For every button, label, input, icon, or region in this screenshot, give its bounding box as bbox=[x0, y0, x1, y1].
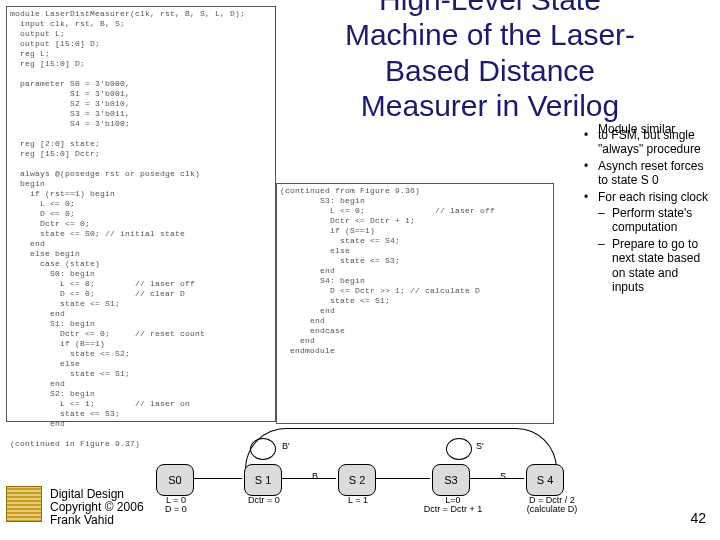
title-line-3: Based Distance bbox=[385, 54, 595, 87]
loop-s3 bbox=[446, 438, 472, 460]
state-s2-label: S 2 bbox=[349, 474, 366, 486]
logo-icon bbox=[6, 486, 42, 522]
title-line-1: High-Level State bbox=[379, 0, 601, 16]
loop-s1 bbox=[250, 438, 276, 460]
edge-label-b: B bbox=[312, 472, 318, 481]
slide-title: High-Level State Machine of the Laser- B… bbox=[300, 0, 680, 124]
footer-line-1: Digital Design bbox=[50, 487, 124, 501]
note-bullet-2: Asynch reset forces to state S 0 bbox=[582, 159, 712, 188]
note-sub-1: Perform state's computation bbox=[598, 206, 712, 235]
state-s3-sub: L=0 Dctr = Dctr + 1 bbox=[408, 496, 498, 515]
state-diagram: S0 S 1 S 2 S3 S 4 B' B S' S L = 0 D = 0 … bbox=[150, 450, 620, 512]
edge-s2-s3 bbox=[374, 478, 430, 479]
state-s3: S3 bbox=[432, 464, 470, 496]
footer-line-2: Copyright © 2006 bbox=[50, 500, 144, 514]
edge-label-s: S bbox=[500, 472, 506, 481]
state-s4-sub: D = Dctr / 2 (calculate D) bbox=[512, 496, 592, 515]
state-s4: S 4 bbox=[526, 464, 564, 496]
state-s2-sub: L = 1 bbox=[336, 496, 380, 505]
note-bullet-1: to FSM, but single "always" procedure bbox=[582, 128, 712, 157]
note-bullet-3-text: For each rising clock bbox=[598, 190, 708, 204]
footer-line-3: Frank Vahid bbox=[50, 513, 114, 527]
edge-s3-s4 bbox=[468, 478, 524, 479]
title-line-2: Machine of the Laser- bbox=[345, 18, 635, 51]
page-number: 42 bbox=[690, 510, 706, 526]
code-block-right: (continued from Figure 9.36) S3: begin L… bbox=[276, 183, 554, 424]
arc-s4-s1 bbox=[245, 428, 557, 469]
note-sub-2: Prepare to go to next state based on sta… bbox=[598, 237, 712, 295]
state-s4-label: S 4 bbox=[537, 474, 554, 486]
bullet-notes: Module similar to FSM, but single "alway… bbox=[582, 128, 712, 296]
state-s1-sub: Dctr = 0 bbox=[236, 496, 292, 505]
edge-s0-s1 bbox=[192, 478, 242, 479]
edge-s1-s2 bbox=[280, 478, 336, 479]
edge-label-bprime: B' bbox=[282, 442, 290, 451]
edge-label-sprime: S' bbox=[476, 442, 484, 451]
state-s3-label: S3 bbox=[444, 474, 457, 486]
state-s1-label: S 1 bbox=[255, 474, 272, 486]
note-bullet-3: For each rising clock Perform state's co… bbox=[582, 190, 712, 295]
state-s2: S 2 bbox=[338, 464, 376, 496]
state-s0: S0 bbox=[156, 464, 194, 496]
state-s0-sub: L = 0 D = 0 bbox=[154, 496, 198, 515]
title-line-4: Measurer in Verilog bbox=[361, 89, 619, 122]
code-block-left: module LaserDistMeasurer(clk, rst, B, S,… bbox=[6, 6, 276, 422]
footer-credit: Digital Design Copyright © 2006 Frank Va… bbox=[50, 488, 144, 528]
state-s1: S 1 bbox=[244, 464, 282, 496]
state-s0-label: S0 bbox=[168, 474, 181, 486]
